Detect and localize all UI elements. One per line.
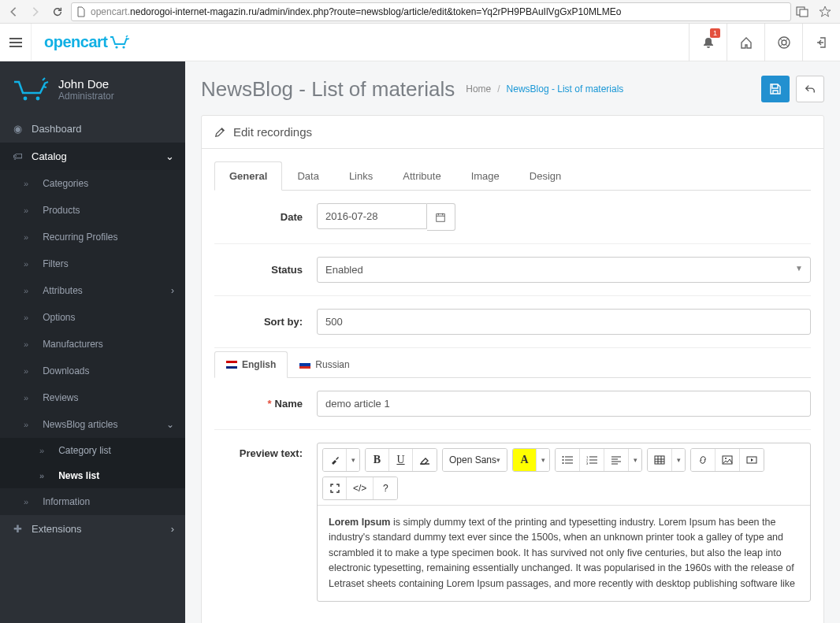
logo-text: opencart bbox=[44, 33, 107, 51]
calendar-button[interactable] bbox=[427, 203, 455, 231]
nav-back-button[interactable] bbox=[5, 3, 22, 20]
tab-attribute[interactable]: Attribute bbox=[388, 161, 455, 191]
chevron-down-icon: ⌄ bbox=[165, 150, 174, 162]
nav-forward-button[interactable] bbox=[27, 3, 44, 20]
svg-text:3: 3 bbox=[586, 462, 589, 465]
submenu-products[interactable]: Products bbox=[0, 197, 185, 224]
notifications-button[interactable]: 1 bbox=[689, 24, 727, 61]
tool-table-drop[interactable]: ▾ bbox=[672, 449, 685, 471]
submenu-manufacturers[interactable]: Manufacturers bbox=[0, 331, 185, 358]
tool-font-color[interactable]: A bbox=[513, 449, 537, 471]
svg-point-6 bbox=[24, 97, 28, 101]
flag-ru-icon bbox=[299, 361, 310, 369]
panel-heading: Edit recordings bbox=[202, 116, 823, 149]
dashboard-icon: ◉ bbox=[11, 123, 24, 135]
submenu-categories[interactable]: Categories bbox=[0, 170, 185, 197]
lifebuoy-icon bbox=[778, 36, 790, 49]
tool-image[interactable] bbox=[715, 449, 740, 471]
eraser-icon bbox=[419, 455, 430, 465]
crumb-current[interactable]: NewsBlog - List of materials bbox=[507, 83, 624, 95]
sort-input[interactable] bbox=[317, 309, 811, 335]
chevron-right-icon: › bbox=[171, 523, 174, 535]
editor-content[interactable]: Lorem Ipsum is simply dummy text of the … bbox=[318, 506, 810, 601]
status-select[interactable]: Enabled bbox=[317, 257, 811, 283]
tool-bold[interactable]: B bbox=[366, 449, 389, 471]
calendar-icon bbox=[435, 212, 446, 223]
panel-title: Edit recordings bbox=[233, 125, 312, 139]
label-preview: Preview text: bbox=[214, 443, 317, 459]
label-status: Status bbox=[214, 264, 317, 276]
tool-align[interactable] bbox=[604, 449, 629, 471]
cart-icon bbox=[109, 35, 129, 50]
tab-links[interactable]: Links bbox=[334, 161, 388, 191]
save-button[interactable] bbox=[761, 76, 790, 102]
user-name: John Doe bbox=[58, 77, 114, 91]
subsubmenu-category-list[interactable]: Category list bbox=[0, 438, 185, 463]
tool-video[interactable] bbox=[740, 449, 764, 471]
tool-format-drop[interactable]: ▾ bbox=[347, 449, 359, 471]
bookmark-star-icon[interactable] bbox=[815, 3, 835, 20]
tool-list-ol[interactable]: 123 bbox=[580, 449, 604, 471]
tool-codeview[interactable]: </> bbox=[347, 477, 374, 499]
editor-toolbar: ▾ B U Open Sans A▾ 123 bbox=[318, 443, 810, 506]
submenu-options[interactable]: Options bbox=[0, 304, 185, 331]
menu-extensions[interactable]: ✚Extensions› bbox=[0, 515, 185, 543]
menu-dashboard[interactable]: ◉Dashboard bbox=[0, 115, 185, 143]
logout-icon bbox=[816, 36, 828, 49]
tool-link[interactable] bbox=[691, 449, 715, 471]
help-button[interactable] bbox=[764, 24, 802, 61]
sidebar: John Doe Administrator ◉Dashboard 🏷Catal… bbox=[0, 61, 185, 623]
tab-data[interactable]: Data bbox=[282, 161, 333, 191]
link-icon bbox=[697, 455, 708, 465]
subsubmenu-news-list[interactable]: News list bbox=[0, 463, 185, 488]
submenu-newsblog[interactable]: NewsBlog articles⌄ bbox=[0, 411, 185, 438]
submenu-downloads[interactable]: Downloads bbox=[0, 358, 185, 384]
tab-general[interactable]: General bbox=[214, 161, 282, 191]
breadcrumb: Home / NewsBlog - List of materials bbox=[466, 83, 623, 95]
tool-align-drop[interactable]: ▾ bbox=[629, 449, 641, 471]
tool-font-family[interactable]: Open Sans bbox=[443, 449, 507, 471]
home-icon bbox=[740, 36, 753, 49]
tool-help[interactable]: ? bbox=[374, 477, 397, 499]
page-title: NewsBlog - List of materials bbox=[201, 77, 455, 102]
lang-tab-english[interactable]: English bbox=[214, 351, 288, 378]
logo[interactable]: opencart bbox=[32, 33, 142, 51]
main-menu: ◉Dashboard 🏷Catalog⌄ Categories Products… bbox=[0, 115, 185, 543]
back-button[interactable] bbox=[796, 76, 824, 102]
url-text: nedorogoi-internet-magazin.ru/admin/inde… bbox=[130, 6, 621, 17]
main-content: NewsBlog - List of materials Home / News… bbox=[185, 61, 840, 623]
tab-design[interactable]: Design bbox=[515, 161, 576, 191]
crumb-home[interactable]: Home bbox=[466, 83, 491, 95]
label-name: *Name bbox=[214, 398, 317, 410]
date-input[interactable] bbox=[317, 203, 427, 229]
lang-tab-russian[interactable]: Russian bbox=[288, 351, 361, 378]
tab-image[interactable]: Image bbox=[456, 161, 515, 191]
tool-eraser[interactable] bbox=[413, 449, 437, 471]
save-icon bbox=[769, 83, 782, 95]
tool-table[interactable] bbox=[648, 449, 672, 471]
translate-icon[interactable] bbox=[796, 6, 810, 18]
svg-point-2 bbox=[116, 46, 118, 48]
tool-fullscreen[interactable] bbox=[323, 477, 347, 499]
sidebar-toggle[interactable] bbox=[0, 24, 32, 61]
name-input[interactable] bbox=[317, 391, 811, 417]
tool-underline[interactable]: U bbox=[389, 449, 413, 471]
submenu-reviews[interactable]: Reviews bbox=[0, 384, 185, 411]
logout-button[interactable] bbox=[802, 24, 840, 61]
submenu-filters[interactable]: Filters bbox=[0, 250, 185, 277]
submenu-attributes[interactable]: Attributes› bbox=[0, 277, 185, 304]
submenu-recurring[interactable]: Recurring Profiles bbox=[0, 224, 185, 250]
tool-format[interactable] bbox=[323, 449, 347, 471]
tool-list-ul[interactable] bbox=[556, 449, 580, 471]
page-header: NewsBlog - List of materials Home / News… bbox=[185, 61, 840, 110]
page-icon bbox=[76, 6, 86, 17]
submenu-information[interactable]: Information bbox=[0, 488, 185, 515]
reload-button[interactable] bbox=[49, 3, 66, 20]
tool-font-color-drop[interactable]: ▾ bbox=[537, 449, 549, 471]
svg-point-11 bbox=[563, 462, 564, 464]
menu-catalog[interactable]: 🏷Catalog⌄ bbox=[0, 143, 185, 170]
home-button[interactable] bbox=[727, 24, 764, 61]
chevron-down-icon: ⌄ bbox=[166, 419, 174, 430]
url-bar[interactable]: opencart.nedorogoi-internet-magazin.ru/a… bbox=[71, 2, 791, 21]
puzzle-icon: ✚ bbox=[11, 523, 24, 535]
